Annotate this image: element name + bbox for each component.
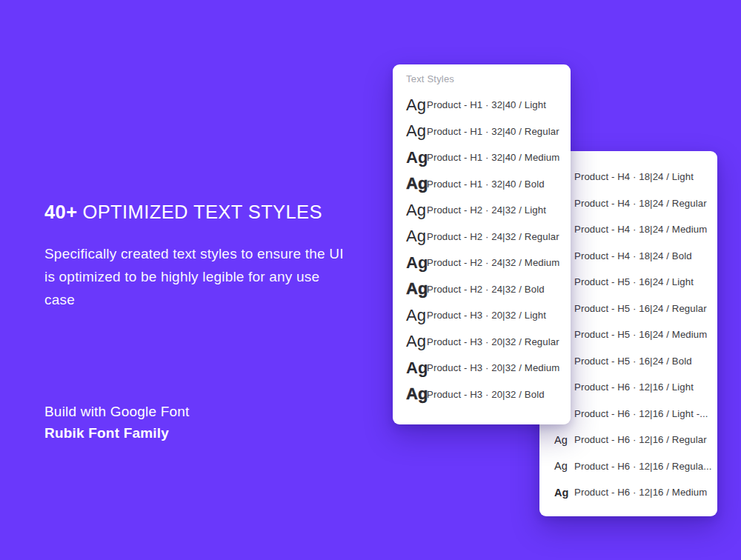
style-label: Product - H6 · 12|16 / Light -...	[574, 408, 708, 419]
style-preview-glyph: Ag	[406, 306, 427, 325]
title-highlight: 40+	[44, 201, 77, 222]
text-style-row[interactable]: Ag Product - H3 · 20|32 / Regular	[393, 329, 571, 356]
text-style-row[interactable]: Ag Product - H6 · 12|16 / Regular	[539, 427, 717, 453]
style-preview-glyph: Ag	[554, 487, 574, 499]
text-style-row[interactable]: Ag Product - H2 · 24|32 / Regular	[393, 224, 571, 250]
footer-line-rubik: Rubik Font Family	[44, 423, 190, 444]
style-label: Product - H2 · 24|32 / Medium	[427, 257, 559, 268]
footer-line-build: Build with Google Font	[44, 401, 190, 423]
style-preview-glyph: Ag	[406, 201, 427, 220]
text-style-row[interactable]: Ag Product - H6 · 12|16 / Regula...	[539, 453, 717, 480]
title-rest: OPTIMIZED TEXT STYLES	[82, 201, 322, 222]
style-label: Product - H1 · 32|40 / Regular	[427, 126, 559, 137]
text-style-row[interactable]: Ag Product - H1 · 32|40 / Light	[393, 92, 571, 119]
text-style-row[interactable]: Ag Product - H3 · 20|32 / Medium	[393, 355, 571, 381]
style-label: Product - H1 · 32|40 / Light	[427, 99, 546, 110]
text-style-row[interactable]: Ag Product - H1 · 32|40 / Regular	[393, 119, 571, 145]
style-label: Product - H5 · 16|24 / Bold	[574, 356, 692, 367]
style-preview-glyph: Ag	[406, 384, 427, 404]
style-preview-glyph: Ag	[406, 148, 427, 167]
style-label: Product - H2 · 24|32 / Bold	[427, 284, 545, 295]
style-preview-glyph: Ag	[406, 253, 427, 273]
style-preview-glyph: Ag	[406, 332, 427, 351]
style-label: Product - H1 · 32|40 / Bold	[427, 179, 545, 190]
text-styles-card-primary: Text Styles Ag Product - H1 · 32|40 / Li…	[393, 64, 571, 424]
style-label: Product - H6 · 12|16 / Regular	[574, 434, 707, 445]
style-label: Product - H6 · 12|16 / Light	[574, 381, 694, 393]
poster-background: 40+OPTIMIZED TEXT STYLES Specifically cr…	[0, 0, 741, 560]
footer-text: Build with Google Font Rubik Font Family	[44, 401, 190, 444]
style-preview-glyph: Ag	[406, 96, 427, 115]
style-label: Product - H3 · 20|32 / Light	[427, 310, 546, 321]
style-label: Product - H5 · 16|24 / Medium	[574, 329, 707, 340]
card-title: Text Styles	[406, 73, 454, 84]
text-style-row[interactable]: Ag Product - H1 · 32|40 / Medium	[393, 144, 571, 171]
style-preview-glyph: Ag	[406, 121, 427, 141]
style-label: Product - H3 · 20|32 / Regular	[427, 336, 559, 347]
style-label: Product - H6 · 12|16 / Medium	[574, 487, 707, 498]
style-label: Product - H3 · 20|32 / Bold	[427, 389, 545, 400]
page-title: 40+OPTIMIZED TEXT STYLES	[44, 201, 322, 223]
style-row-list: Ag Product - H1 · 32|40 / Light Ag Produ…	[393, 92, 571, 407]
text-style-row[interactable]: Ag Product - H2 · 24|32 / Light	[393, 197, 571, 224]
style-preview-glyph: Ag	[554, 434, 574, 446]
style-label: Product - H3 · 20|32 / Medium	[427, 362, 559, 373]
style-label: Product - H4 · 18|24 / Light	[574, 171, 694, 182]
text-style-row[interactable]: Ag Product - H3 · 20|32 / Light	[393, 302, 571, 329]
text-style-row[interactable]: Ag Product - H1 · 32|40 / Bold	[393, 171, 571, 198]
text-style-row[interactable]: Ag Product - H2 · 24|32 / Bold	[393, 276, 571, 303]
text-style-row[interactable]: Ag Product - H2 · 24|32 / Medium	[393, 250, 571, 276]
style-label: Product - H4 · 18|24 / Medium	[574, 224, 707, 235]
style-label: Product - H5 · 16|24 / Light	[574, 276, 694, 287]
style-label: Product - H2 · 24|32 / Regular	[427, 231, 559, 242]
style-preview-glyph: Ag	[554, 460, 574, 472]
style-preview-glyph: Ag	[406, 227, 427, 246]
style-label: Product - H5 · 16|24 / Regular	[574, 303, 707, 314]
style-label: Product - H4 · 18|24 / Bold	[574, 250, 692, 261]
style-preview-glyph: Ag	[406, 279, 427, 299]
style-preview-glyph: Ag	[406, 359, 427, 378]
style-label: Product - H2 · 24|32 / Light	[427, 204, 546, 216]
style-label: Product - H1 · 32|40 / Medium	[427, 152, 559, 163]
style-label: Product - H4 · 18|24 / Regular	[574, 198, 707, 209]
description-text: Specifically created text styles to ensu…	[44, 242, 347, 311]
style-label: Product - H6 · 12|16 / Regula...	[574, 461, 711, 472]
style-preview-glyph: Ag	[406, 174, 427, 193]
text-style-row[interactable]: Ag Product - H6 · 12|16 / Medium	[539, 479, 717, 506]
text-style-row[interactable]: Ag Product - H3 · 20|32 / Bold	[393, 381, 571, 408]
